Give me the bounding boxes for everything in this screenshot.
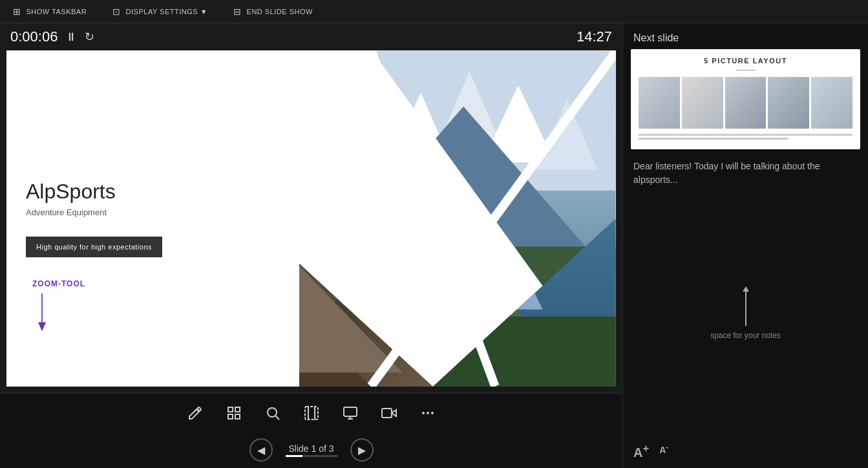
display-settings-btn[interactable]: ⊡ DISPLAY SETTINGS ▼ [112, 6, 207, 17]
notes-placeholder-text: space for your notes [710, 331, 781, 340]
svg-rect-33 [228, 414, 233, 419]
pen-tool-btn[interactable] [181, 399, 209, 427]
end-slideshow-btn[interactable]: ⊟ END SLIDE SHOW [233, 6, 313, 17]
grid-btn[interactable] [220, 399, 248, 427]
preview-img-4 [768, 77, 809, 129]
svg-rect-37 [305, 407, 318, 420]
zoom-tool-label: ZOOM-TOOL [32, 279, 85, 288]
preview-text-lines [639, 134, 852, 140]
slide-nav-center: Slide 1 of 3 [286, 443, 337, 457]
slide-canvas: AlpSports Adventure Equipment High quali… [6, 50, 616, 387]
slide-left-content: AlpSports Adventure Equipment High quali… [6, 50, 299, 387]
next-slide-btn[interactable]: ▶ [350, 438, 374, 462]
display-settings-label: DISPLAY SETTINGS ▼ [126, 8, 207, 16]
top-bar: ⊞ SHOW TASKBAR ⊡ DISPLAY SETTINGS ▼ ⊟ EN… [0, 0, 868, 23]
zoom-tool-annotation: ZOOM-TOOL [32, 279, 85, 335]
speaker-notes: Dear listeners! Today I will be talking … [633, 160, 858, 187]
search-btn[interactable] [259, 399, 287, 427]
monitor-btn[interactable] [336, 399, 365, 427]
slide-progress-bar [286, 455, 337, 457]
svg-point-46 [431, 412, 434, 414]
preview-img-1 [639, 77, 680, 129]
slide-indicator: Slide 1 of 3 [288, 443, 333, 454]
bottom-toolbar [0, 393, 622, 432]
restart-btn[interactable]: ↻ [85, 30, 94, 44]
font-decrease-btn[interactable]: A- [659, 442, 668, 460]
right-panel: Next slide 5 PICTURE LAYOUT Dear listene… [622, 23, 868, 468]
svg-marker-1 [38, 323, 46, 332]
notes-area: Dear listeners! Today I will be talking … [623, 149, 868, 437]
preview-img-3 [725, 77, 767, 129]
preview-images [639, 77, 852, 129]
preview-img-5 [811, 77, 852, 129]
pointer-btn[interactable] [297, 399, 326, 427]
show-taskbar-label: SHOW TASKBAR [26, 8, 87, 16]
show-taskbar-btn[interactable]: ⊞ SHOW TASKBAR [13, 6, 87, 17]
preview-title: 5 PICTURE LAYOUT [639, 57, 852, 65]
prev-slide-btn[interactable]: ◀ [249, 438, 273, 462]
font-size-controls: A+ A- [623, 437, 868, 468]
next-slide-preview[interactable]: 5 PICTURE LAYOUT [631, 49, 860, 149]
display-icon: ⊡ [112, 6, 121, 17]
zoom-arrow-icon [32, 293, 52, 332]
end-slideshow-label: END SLIDE SHOW [247, 8, 313, 16]
slide-triangles [250, 50, 616, 387]
remaining-time: 14:27 [577, 28, 612, 45]
timer-row: 0:00:06 ⏸ ↻ 14:27 [0, 23, 622, 50]
svg-line-36 [275, 416, 279, 420]
pause-btn[interactable]: ⏸ [65, 30, 77, 44]
left-panel: 0:00:06 ⏸ ↻ 14:27 AlpSports Adventure Eq… [0, 23, 622, 468]
taskbar-icon: ⊞ [13, 6, 21, 17]
slide-nav: ◀ Slide 1 of 3 ▶ [0, 432, 622, 468]
main-content: 0:00:06 ⏸ ↻ 14:27 AlpSports Adventure Eq… [0, 23, 868, 468]
elapsed-time: 0:00:06 [10, 28, 58, 45]
svg-point-45 [427, 412, 429, 414]
preview-text-line-1 [639, 134, 852, 136]
slide-area: AlpSports Adventure Equipment High quali… [0, 50, 622, 393]
preview-title-line [736, 70, 756, 70]
svg-point-44 [422, 412, 425, 414]
preview-img-2 [682, 77, 723, 129]
svg-rect-32 [235, 407, 240, 412]
svg-point-35 [268, 408, 277, 417]
font-increase-btn[interactable]: A+ [633, 442, 649, 460]
notes-placeholder-area: space for your notes [633, 200, 858, 427]
svg-rect-34 [235, 414, 240, 419]
slide-subtitle: Adventure Equipment [26, 207, 280, 217]
next-slide-label: Next slide [623, 23, 868, 49]
end-icon: ⊟ [233, 6, 242, 17]
preview-text-line-2 [639, 138, 789, 140]
mountain-svg [250, 50, 616, 387]
bottom-area: ◀ Slide 1 of 3 ▶ [0, 393, 622, 468]
timer-controls: 0:00:06 ⏸ ↻ [10, 28, 94, 45]
svg-rect-43 [382, 409, 392, 418]
slide-title: AlpSports [26, 180, 280, 204]
svg-rect-31 [228, 407, 233, 412]
more-btn[interactable] [414, 399, 442, 427]
notes-arrow-icon [745, 287, 746, 326]
slide-progress-fill [286, 455, 302, 457]
svg-rect-40 [344, 407, 357, 416]
slide-cta: High quality for high expectations [26, 237, 162, 257]
camera-btn[interactable] [375, 399, 403, 427]
